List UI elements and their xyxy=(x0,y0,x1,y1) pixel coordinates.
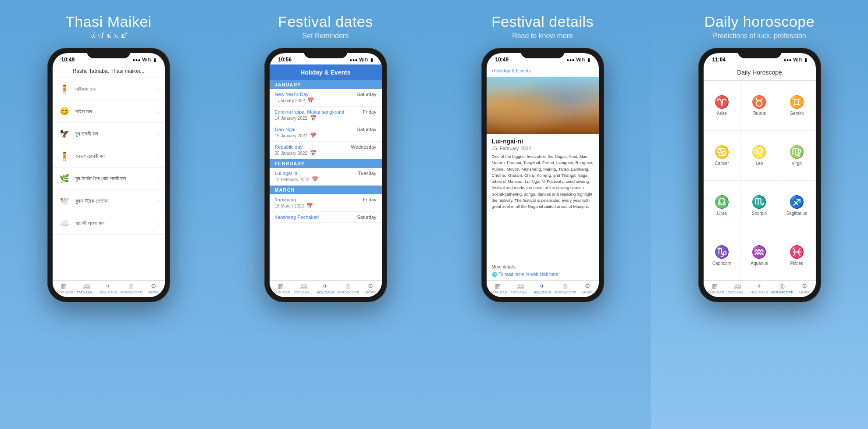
status-icons-1: ●●● WiFi ▮ xyxy=(132,57,156,62)
leo-name: Leo xyxy=(756,161,763,166)
book-icon-1: 📖 xyxy=(82,282,90,290)
tab-tatnaba-1[interactable]: 📖 TATNABA... xyxy=(75,282,97,294)
plane-icon-4: ✈ xyxy=(757,282,762,290)
gemini-name: Gemini xyxy=(790,111,804,116)
tab-holidays-1[interactable]: ✈ HOLIDAYS xyxy=(97,282,120,294)
menu-item-1[interactable]: 🧍 লাইজাও তাব › xyxy=(53,78,165,100)
tab-calendar-1[interactable]: ▦ CALENDAR xyxy=(53,282,75,294)
horoscope-header-4: Daily Horoscope xyxy=(704,64,816,81)
tab-tatnaba-3[interactable]: 📖 TATNABA... xyxy=(509,282,531,294)
zodiac-aries[interactable]: ♈ Aries xyxy=(704,81,741,131)
zodiac-scorpio[interactable]: ♏ Scorpio xyxy=(741,181,778,231)
plane-icon-1: ✈ xyxy=(106,282,111,290)
tab-label-holidays-2: HOLIDAYS xyxy=(317,290,334,294)
tab-more-3[interactable]: ⚙ MORE xyxy=(576,282,599,294)
phone-2-screen: 10:56 ●●● WiFi ▮ Holiday & Events JANUAR… xyxy=(270,53,382,297)
cancer-symbol: ♋ xyxy=(714,145,729,159)
chevron-icon-1: › xyxy=(158,87,159,92)
sagittarius-symbol: ♐ xyxy=(789,195,804,209)
tab-tatnaba-4[interactable]: 📖 TATNABA... xyxy=(726,282,748,294)
phone-3-notch xyxy=(521,48,565,58)
phone-1-screen: 10:49 ●●● WiFi ▮ Rashi, Tatnaba, Thasi m… xyxy=(53,53,165,297)
phone-4: 11:04 ●●● WiFi ▮ Daily Horoscope ♈ Aries… xyxy=(698,48,821,302)
zodiac-capricorn[interactable]: ♑ Capricorn xyxy=(704,230,741,280)
back-button-3[interactable]: ‹ Holiday & Events xyxy=(492,68,531,73)
holiday-name-yp: Yaoshang Pechakari xyxy=(275,214,319,220)
globe-icon-3: 🌐 xyxy=(492,272,497,277)
zodiac-aquarius[interactable]: ♒ Aquarius xyxy=(741,230,778,280)
tab-more-1[interactable]: ⚙ MORE xyxy=(142,282,165,294)
tab-bar-2: ▦ CALENDAR 📖 TATNABA... ✈ HOLIDAYS ◎ HOR… xyxy=(270,280,382,297)
capricorn-name: Capricorn xyxy=(712,261,731,266)
holiday-yaoshang-p[interactable]: Yaoshang Pechakari Saturday xyxy=(270,212,382,223)
zodiac-libra[interactable]: ♎ Libra xyxy=(704,181,741,231)
festival-image-3 xyxy=(487,77,599,134)
festival-date-3: 15. February 2022 xyxy=(487,146,599,154)
more-icon-2: ⚙ xyxy=(368,282,374,290)
menu-header-1: Rashi, Tatnaba, Thasi maikei... xyxy=(53,64,165,78)
tab-calendar-3[interactable]: ▦ CALENDAR xyxy=(487,282,509,294)
phone-2-notch xyxy=(304,48,348,58)
tab-horoscope-2[interactable]: ◎ HOROSCOPE xyxy=(337,282,359,294)
menu-item-2[interactable]: 😊 লাইচা তাব › xyxy=(53,100,165,123)
tab-horoscope-3[interactable]: ◎ HOROSCOPE xyxy=(554,282,576,294)
pisces-name: Pisces xyxy=(790,261,803,266)
back-label-3: Holiday & Events xyxy=(494,68,531,73)
holiday-day-ny: Saturday xyxy=(357,92,376,97)
tab-horoscope-1[interactable]: ◎ HOROSCOPE xyxy=(120,282,142,294)
tab-tatnaba-2[interactable]: 📖 TATNABA... xyxy=(292,282,314,294)
virgo-symbol: ♍ xyxy=(789,145,804,159)
phone-2: 10:56 ●●● WiFi ▮ Holiday & Events JANUAR… xyxy=(264,48,387,302)
holiday-day-ln: Tuesday xyxy=(358,171,377,176)
horoscope-icon-1: ◎ xyxy=(128,282,134,290)
tab-label-horoscope-2: HOROSCOPE xyxy=(337,290,359,294)
tab-holidays-4[interactable]: ✈ HOLIDAYS xyxy=(748,282,771,294)
tab-label-more-4: MORE xyxy=(799,290,810,294)
book-icon-2: 📖 xyxy=(299,282,307,290)
tab-calendar-2[interactable]: ▦ CALENDAR xyxy=(270,282,292,294)
tab-calendar-4[interactable]: ▦ CALENDAR xyxy=(704,282,726,294)
tab-horoscope-4[interactable]: ◎ HOROSCOPE xyxy=(771,282,793,294)
holiday-date-ya: 18 March 2022 xyxy=(275,204,304,208)
tab-holidays-3[interactable]: ✈ HOLIDAYS xyxy=(531,282,554,294)
holiday-name-rd: Republic day xyxy=(275,144,317,150)
tab-label-calendar-1: CALENDAR xyxy=(54,290,73,294)
menu-text-3: চুম তাবৰী ফল xyxy=(75,131,154,137)
zodiac-gemini[interactable]: ♊ Gemini xyxy=(778,81,815,131)
holiday-name-em: Emoinu iratpa, Makar sangkranti xyxy=(275,109,344,114)
web-link-3[interactable]: 🌐 To read more in web click here xyxy=(487,272,599,280)
menu-text-6: যুমনা উৰৈক তেতাবা xyxy=(75,198,154,204)
detail-header-3: ‹ Holiday & Events xyxy=(487,64,599,77)
holiday-new-year[interactable]: New Year's Day 1 January 2022 📅 Saturday xyxy=(270,89,382,107)
zodiac-taurus[interactable]: ♉ Taurus xyxy=(741,81,778,131)
holiday-ganngai[interactable]: Gan-Ngai 15 January 2022 📅 Saturday xyxy=(270,124,382,142)
zodiac-pisces[interactable]: ♓ Pisces xyxy=(778,230,815,280)
holiday-yaoshang[interactable]: Yaoshang 18 March 2022 📅 Friday xyxy=(270,194,382,212)
horoscope-icon-2: ◎ xyxy=(345,282,351,290)
holiday-republic[interactable]: Republic day 26 January 2022 📅 Wednesday xyxy=(270,142,382,159)
status-icons-2: ●●● WiFi ▮ xyxy=(349,57,373,62)
libra-name: Libra xyxy=(717,211,727,216)
time-3: 10:49 xyxy=(495,57,509,63)
menu-item-5[interactable]: 🌿 যুম ইভৌখৌশা ধোই শাবৰী ফল › xyxy=(53,168,165,190)
zodiac-virgo[interactable]: ♍ Virgo xyxy=(778,131,815,181)
menu-item-3[interactable]: 🦅 চুম তাবৰী ফল › xyxy=(53,123,165,145)
menu-item-4[interactable]: 🧍 হকচাং চেংবৰী ফল › xyxy=(53,145,165,168)
menu-icon-7: ☁️ xyxy=(58,217,71,230)
zodiac-sagittarius[interactable]: ♐ Sagittarius xyxy=(778,181,815,231)
holiday-lui-ngai[interactable]: Lui-ngai-ni 15 February 2022 📅 Tuesday xyxy=(270,168,382,186)
menu-item-6[interactable]: 🕊️ যুমনা উৰৈক তেতাবা › xyxy=(53,190,165,212)
holiday-emoinu[interactable]: Emoinu iratpa, Makar sangkranti 14 Janua… xyxy=(270,107,382,124)
tab-label-calendar-3: CALENDAR xyxy=(488,290,507,294)
tab-more-4[interactable]: ⚙ MORE xyxy=(793,282,816,294)
signal-icon-3: ●●● xyxy=(566,57,574,62)
tab-more-2[interactable]: ⚙ MORE xyxy=(359,282,382,294)
zodiac-leo[interactable]: ♌ Leo xyxy=(741,131,778,181)
phone-1-notch xyxy=(87,48,131,58)
more-icon-3: ⚙ xyxy=(585,282,591,290)
holiday-name-gn: Gan-Ngai xyxy=(275,127,317,132)
menu-item-7[interactable]: ☁️ মঙলৰী অফবা ফল › xyxy=(53,212,165,235)
tab-holidays-2[interactable]: ✈ HOLIDAYS xyxy=(314,282,337,294)
zodiac-cancer[interactable]: ♋ Cancer xyxy=(704,131,741,181)
month-header-mar: MARCH xyxy=(270,186,382,194)
